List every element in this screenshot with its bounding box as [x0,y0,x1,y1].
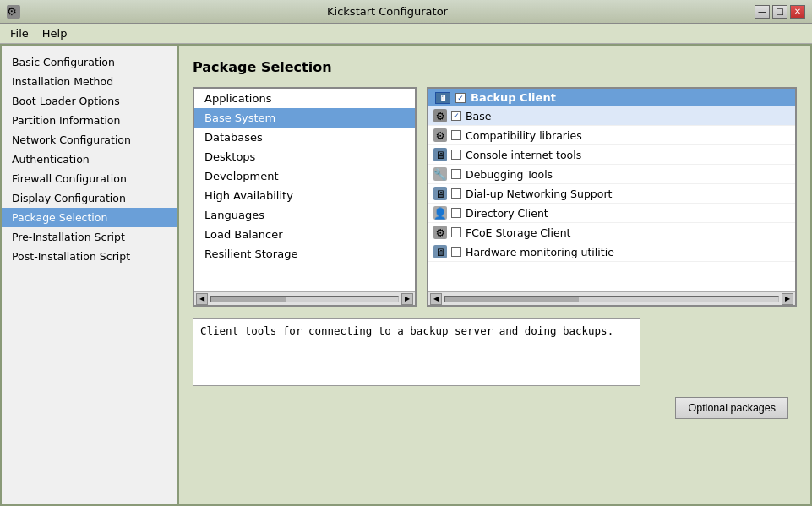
categories-panel: Applications Base System Databases Deskt… [193,87,417,307]
scroll-left-arrow[interactable]: ◀ [196,293,208,305]
menu-help[interactable]: Help [35,25,74,41]
package-panels: Applications Base System Databases Deskt… [193,87,797,307]
pkg-icon-compat: ⚙ [433,128,447,142]
pkg-name-compat: Compatibility libraries [466,129,582,142]
pkg-scroll-thumb[interactable] [445,297,579,302]
category-high-availability[interactable]: High Availability [194,186,415,205]
category-development[interactable]: Development [194,166,415,186]
pkg-name-debug: Debugging Tools [466,168,553,181]
pkg-icon-dialup: 🖥 [433,187,447,200]
pkg-scroll-right[interactable]: ▶ [782,293,793,305]
app-icon: ⚙ [7,5,20,19]
packages-list[interactable]: ⚙ ✓ Base ⚙ Compatibility libraries 🖥 Con… [428,106,795,291]
pkg-name-fcoe: FCoE Storage Client [466,226,571,239]
category-databases[interactable]: Databases [194,128,415,147]
pkg-name-base: Base [466,110,491,122]
scroll-thumb[interactable] [211,297,286,302]
category-resilient-storage[interactable]: Resilient Storage [194,244,415,264]
pkg-name-dialup: Dial-up Networking Support [466,188,612,200]
pkg-console-tools[interactable]: 🖥 Console internet tools [428,145,795,165]
pkg-checkbox-hw[interactable] [451,247,461,257]
sidebar-item-partition-info[interactable]: Partition Information [2,111,177,130]
pkg-fcoe[interactable]: ⚙ FCoE Storage Client [428,223,795,242]
pkg-name-hw: Hardware monitoring utilitie [466,246,614,258]
pkg-checkbox-fcoe[interactable] [451,227,461,237]
pkg-dir-client[interactable]: 👤 Directory Client [428,204,795,223]
packages-h-scrollbar[interactable]: ◀ ▶ [428,291,795,305]
sidebar-item-network-config[interactable]: Network Configuration [2,130,177,150]
menu-file[interactable]: File [3,25,35,41]
maximize-button[interactable]: □ [772,5,787,19]
pkg-checkbox-dir[interactable] [451,208,461,218]
pkg-dialup[interactable]: 🖥 Dial-up Networking Support [428,184,795,204]
pkg-icon-hw: 🖥 [433,245,447,258]
pkg-icon-base: ⚙ [433,109,447,122]
pkg-checkbox-console[interactable] [451,150,461,160]
pkg-icon-fcoe: ⚙ [433,226,447,239]
pkg-hw-monitor[interactable]: 🖥 Hardware monitoring utilitie [428,242,795,262]
scroll-right-arrow[interactable]: ▶ [401,293,413,305]
packages-header: 🖥 ✓ Backup Client [428,89,795,106]
pkg-scroll-left[interactable]: ◀ [430,293,442,305]
description-text[interactable] [193,318,640,386]
pkg-name-dir: Directory Client [466,207,548,220]
sidebar-item-install-method[interactable]: Installation Method [2,72,177,91]
pkg-debug-tools[interactable]: 🔧 Debugging Tools [428,165,795,184]
category-base-system[interactable]: Base System [194,108,415,128]
sidebar-item-post-install[interactable]: Post-Installation Script [2,247,177,266]
sidebar-item-boot-loader[interactable]: Boot Loader Options [2,91,177,111]
package-header-icon: 🖥 [435,92,450,104]
pkg-checkbox-compat[interactable] [451,130,461,140]
sidebar-item-authentication[interactable]: Authentication [2,150,177,169]
scroll-track[interactable] [210,296,399,302]
categories-list[interactable]: Applications Base System Databases Deskt… [194,89,415,291]
category-applications[interactable]: Applications [194,89,415,108]
pkg-checkbox-dialup[interactable] [451,188,461,199]
package-header-label: Backup Client [471,91,556,104]
window-controls: — □ ✕ [755,5,805,19]
description-area [193,318,797,389]
category-desktops[interactable]: Desktops [194,147,415,166]
main-window: Basic Configuration Installation Method … [0,44,812,506]
pkg-checkbox-debug[interactable] [451,169,461,179]
pkg-checkbox-base[interactable]: ✓ [451,111,461,121]
pkg-compat-libs[interactable]: ⚙ Compatibility libraries [428,126,795,145]
close-button[interactable]: ✕ [790,5,805,19]
menubar: File Help [0,24,812,44]
pkg-icon-console: 🖥 [433,148,447,161]
sidebar-item-basic-config[interactable]: Basic Configuration [2,52,177,72]
minimize-button[interactable]: — [755,5,770,19]
sidebar-item-display-config[interactable]: Display Configuration [2,188,177,208]
pkg-base[interactable]: ⚙ ✓ Base [428,106,795,126]
packages-panel: 🖥 ✓ Backup Client ⚙ ✓ Base ⚙ Compatibili… [427,87,797,307]
categories-h-scrollbar[interactable]: ◀ ▶ [194,291,415,305]
package-header-checkbox[interactable]: ✓ [455,93,466,103]
sidebar-item-firewall-config[interactable]: Firewall Configuration [2,169,177,188]
sidebar-item-pre-install[interactable]: Pre-Installation Script [2,227,177,247]
content-area: Package Selection Applications Base Syst… [179,46,810,504]
optional-button-row: Optional packages [193,397,797,419]
optional-packages-button[interactable]: Optional packages [675,397,788,419]
sidebar-item-package-selection[interactable]: Package Selection [2,208,177,227]
window-title: Kickstart Configurator [20,5,755,18]
pkg-icon-dir: 👤 [433,206,447,220]
category-languages[interactable]: Languages [194,205,415,225]
pkg-name-console: Console internet tools [466,149,581,161]
pkg-scroll-track[interactable] [444,296,779,302]
pkg-icon-debug: 🔧 [433,167,447,181]
page-title: Package Selection [193,59,797,75]
category-load-balancer[interactable]: Load Balancer [194,225,415,244]
sidebar: Basic Configuration Installation Method … [2,46,179,504]
titlebar: ⚙ Kickstart Configurator — □ ✕ [0,0,812,24]
